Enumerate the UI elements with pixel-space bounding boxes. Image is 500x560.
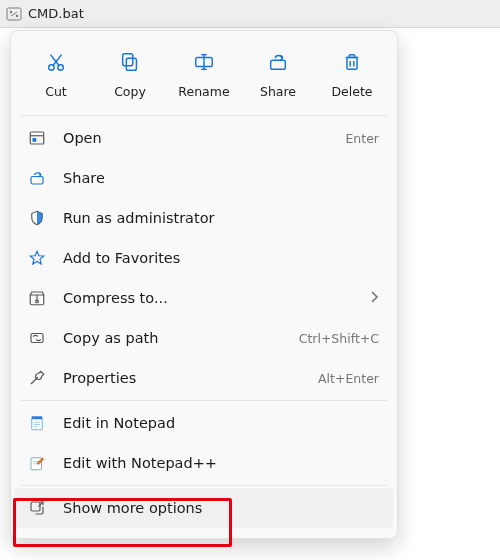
menu-add-favorites-label: Add to Favorites	[63, 250, 363, 266]
copy-icon	[119, 51, 141, 76]
copy-button[interactable]: Copy	[94, 45, 166, 103]
menu-properties[interactable]: Properties Alt+Enter	[15, 358, 393, 398]
menu-run-admin[interactable]: Run as administrator	[15, 198, 393, 238]
notepad-plus-icon	[27, 454, 47, 472]
file-header[interactable]: CMD.bat	[0, 0, 500, 28]
menu-edit-notepad[interactable]: Edit in Notepad	[15, 403, 393, 443]
menu-open[interactable]: Open Enter	[15, 118, 393, 158]
divider	[21, 485, 387, 486]
svg-rect-14	[271, 60, 286, 69]
svg-rect-24	[36, 300, 38, 302]
svg-rect-21	[31, 177, 43, 185]
svg-rect-28	[32, 416, 43, 419]
notepad-icon	[27, 414, 47, 432]
svg-rect-18	[30, 132, 44, 144]
menu-copy-path-shortcut: Ctrl+Shift+C	[299, 331, 379, 346]
copy-path-icon	[27, 329, 47, 347]
delete-button[interactable]: Delete	[316, 45, 388, 103]
cut-button[interactable]: Cut	[20, 45, 92, 103]
divider	[21, 400, 387, 401]
menu-edit-notepad-label: Edit in Notepad	[63, 415, 363, 431]
open-icon	[27, 129, 47, 147]
file-name: CMD.bat	[28, 6, 84, 21]
menu-share[interactable]: Share	[15, 158, 393, 198]
menu-copy-path[interactable]: Copy as path Ctrl+Shift+C	[15, 318, 393, 358]
menu-compress[interactable]: Compress to...	[15, 278, 393, 318]
menu-open-label: Open	[63, 130, 329, 146]
rename-button[interactable]: Rename	[168, 45, 240, 103]
svg-point-2	[16, 14, 18, 16]
delete-label: Delete	[331, 84, 372, 99]
archive-icon	[27, 289, 47, 307]
menu-show-more-label: Show more options	[63, 500, 363, 516]
copy-label: Copy	[114, 84, 146, 99]
menu-show-more[interactable]: Show more options	[15, 488, 393, 528]
svg-point-4	[49, 65, 55, 71]
svg-marker-22	[30, 251, 44, 264]
menu-compress-label: Compress to...	[63, 290, 353, 306]
wrench-icon	[27, 369, 47, 387]
rename-label: Rename	[178, 84, 229, 99]
menu-edit-notepad-plus-label: Edit with Notepad++	[63, 455, 363, 471]
menu-properties-shortcut: Alt+Enter	[318, 371, 379, 386]
svg-rect-9	[123, 54, 133, 66]
svg-rect-15	[347, 57, 357, 69]
menu-run-admin-label: Run as administrator	[63, 210, 363, 226]
svg-point-5	[58, 65, 64, 71]
divider	[21, 115, 387, 116]
menu-open-shortcut: Enter	[345, 131, 379, 146]
chevron-right-icon	[369, 290, 379, 307]
menu-edit-notepad-plus[interactable]: Edit with Notepad++	[15, 443, 393, 483]
svg-rect-27	[32, 418, 43, 430]
menu-copy-path-label: Copy as path	[63, 330, 283, 346]
menu-share-label: Share	[63, 170, 363, 186]
menu-add-favorites[interactable]: Add to Favorites	[15, 238, 393, 278]
share-icon	[27, 169, 47, 187]
cut-label: Cut	[45, 84, 67, 99]
share-action-icon	[267, 51, 289, 76]
share-action-button[interactable]: Share	[242, 45, 314, 103]
star-icon	[27, 249, 47, 267]
cut-icon	[45, 51, 67, 76]
context-menu: Cut Copy Rename	[10, 30, 398, 539]
batch-file-icon	[6, 6, 22, 22]
shield-icon	[27, 209, 47, 227]
svg-rect-20	[33, 138, 37, 142]
svg-point-1	[10, 10, 12, 12]
share-action-label: Share	[260, 84, 296, 99]
menu-properties-label: Properties	[63, 370, 302, 386]
svg-rect-25	[31, 334, 43, 343]
show-more-icon	[27, 499, 47, 517]
svg-rect-8	[126, 58, 136, 70]
svg-line-26	[31, 377, 38, 384]
rename-icon	[193, 51, 215, 76]
trash-icon	[341, 51, 363, 76]
action-row: Cut Copy Rename	[15, 37, 393, 113]
